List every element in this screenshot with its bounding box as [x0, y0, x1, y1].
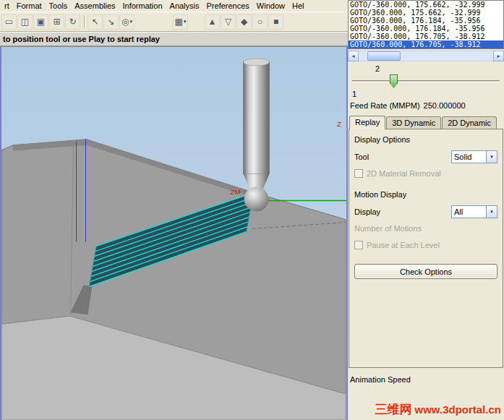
tab-replay[interactable]: Replay — [349, 116, 385, 129]
goto-list-item-selected[interactable]: GOTO/360.000, 176.705, -38.912 — [349, 40, 503, 48]
toolbar-icon-9[interactable]: ▲ — [205, 14, 220, 30]
display-label: Display — [354, 207, 380, 216]
axis-label-z: Z — [337, 120, 341, 128]
toolbar-glyph: ↖ — [91, 17, 98, 27]
scroll-left-icon: ◂ — [351, 53, 354, 59]
motion-display-row: Display All ▼ — [354, 205, 497, 218]
goto-list-item[interactable]: GOTO/360.000, 175.662, -32.999 — [349, 9, 503, 17]
menu-insert[interactable]: rt — [1, 1, 13, 11]
toolbar-glyph: ■ — [273, 17, 278, 27]
menu-window[interactable]: Window — [253, 1, 289, 11]
toolbar-icon-8[interactable]: ◎▾ — [119, 14, 134, 30]
toolbar-icon-6[interactable]: ↖ — [87, 14, 103, 30]
menu-assemblies[interactable]: Assemblies — [71, 1, 119, 11]
menu-information[interactable]: Information — [119, 1, 166, 11]
prompt-text: to position tool or use Play to start re… — [3, 35, 160, 43]
toolbar-glyph: ▲ — [208, 17, 217, 27]
toolbar-icon-4[interactable]: ⊞ — [49, 14, 64, 30]
motion-display-value: All — [452, 206, 486, 218]
left-column: rt Format Tools Assemblies Information A… — [0, 0, 348, 420]
toolbar: ▭ ◫ ▣ ⊞ ↻ ↖ ↘ ◎▾ ▦▾ ▲ ▽ ◆ ○ ■ — [0, 12, 348, 32]
toolbar-icon-2[interactable]: ◫ — [17, 14, 33, 30]
status-prompt-bar: to position tool or use Play to start re… — [0, 32, 348, 46]
goto-list-item[interactable]: GOTO/-360.000, 176.184, -35.956 — [349, 25, 503, 33]
scroll-right-button[interactable]: ▸ — [493, 51, 504, 61]
toolbar-separator — [84, 15, 85, 28]
tool-display-row: Tool Solid ▼ — [354, 150, 497, 163]
toolbar-icon-5[interactable]: ↻ — [65, 14, 80, 30]
tab-3d-dynamic[interactable]: 3D Dynamic — [386, 116, 441, 129]
menu-format[interactable]: Format — [13, 1, 46, 11]
tab-2d-dynamic[interactable]: 2D Dynamic — [442, 116, 497, 129]
replay-tab-panel: Display Options Tool Solid ▼ 2D Material… — [349, 129, 503, 368]
tool-display-combo[interactable]: Solid ▼ — [451, 150, 497, 163]
replay-side-panel: GOTO/-360.000, 175.662, -32.999 GOTO/360… — [348, 0, 504, 420]
application-window: rt Format Tools Assemblies Information A… — [0, 0, 504, 420]
feed-rate-row: Feed Rate (MMPM)250.000000 — [348, 98, 504, 115]
material-removal-row: 2D Material Removal — [354, 167, 497, 180]
toolbar-icon-3[interactable]: ▣ — [33, 14, 48, 30]
goto-list-item[interactable]: GOTO/-360.000, 176.705, -38.912 — [349, 33, 503, 40]
dropdown-arrow-icon: ▾ — [129, 19, 132, 25]
replay-slider[interactable] — [352, 74, 500, 89]
scroll-left-button[interactable]: ◂ — [348, 51, 359, 61]
goto-list-hscrollbar: ◂ ▸ — [348, 51, 504, 61]
watermark-cn-text: 三维网 — [375, 403, 412, 416]
replay-position-slider-zone: 2 1 — [348, 61, 504, 98]
animation-speed-label: Animation Speed — [348, 368, 504, 384]
toolbar-glyph: ▽ — [225, 17, 231, 27]
pause-each-level-label: Pause at Each Level — [367, 241, 440, 249]
scroll-right-icon: ▸ — [497, 53, 500, 59]
tool-display-value: Solid — [452, 151, 486, 163]
display-options-heading: Display Options — [354, 135, 497, 144]
site-watermark: 三维网www.3dportal.cn — [375, 401, 501, 418]
menu-analysis[interactable]: Analysis — [166, 1, 203, 11]
slider-value-label: 2 — [375, 64, 380, 73]
toolbar-glyph: ↻ — [69, 17, 76, 27]
combo-dropdown-icon[interactable]: ▼ — [486, 151, 497, 163]
toolbar-glyph: ◆ — [241, 17, 247, 27]
number-of-motions-row: Number of Motions — [354, 222, 497, 235]
toolbar-icon-10[interactable]: ▽ — [221, 14, 236, 30]
axis-label-zm: ZM — [230, 188, 240, 196]
toolbar-icon-13[interactable]: ■ — [268, 14, 283, 30]
toolbar-glyph: ◎ — [121, 17, 129, 27]
slider-thumb[interactable] — [390, 74, 398, 88]
pause-each-level-row: Pause at Each Level — [354, 239, 497, 252]
feed-rate-label: Feed Rate (MMPM) — [350, 101, 420, 110]
scrollbar-track[interactable] — [359, 51, 493, 61]
toolbar-glyph: ⊞ — [53, 17, 60, 27]
toolbar-icon-7[interactable]: ↘ — [103, 14, 119, 30]
watermark-url-text: www.3dportal.cn — [415, 403, 501, 416]
motion-display-combo[interactable]: All ▼ — [451, 205, 497, 218]
viewport-3d[interactable]: ZM Z — [0, 46, 348, 420]
toolbar-glyph: ○ — [257, 17, 262, 27]
motion-display-heading: Motion Display — [354, 190, 497, 199]
combo-dropdown-icon[interactable]: ▼ — [486, 206, 497, 218]
goto-motion-list: GOTO/-360.000, 175.662, -32.999 GOTO/360… — [348, 0, 504, 49]
menu-tools[interactable]: Tools — [46, 1, 72, 11]
feed-rate-value: 250.000000 — [424, 101, 466, 110]
slider-track[interactable] — [352, 80, 500, 82]
toolbar-icon-11[interactable]: ◆ — [236, 14, 252, 30]
toolbar-icon-1[interactable]: ▭ — [1, 14, 17, 30]
toolbar-glyph: ▣ — [37, 17, 45, 27]
replay-tabs: Replay 3D Dynamic 2D Dynamic — [348, 115, 504, 129]
goto-list-item[interactable]: GOTO/-360.000, 175.662, -32.999 — [349, 1, 503, 9]
menu-help[interactable]: Hel — [289, 1, 308, 11]
pause-each-level-checkbox — [354, 241, 363, 249]
toolbar-glyph: ▭ — [5, 17, 13, 27]
goto-list-item[interactable]: GOTO/360.000, 176.184, -35.956 — [349, 17, 503, 25]
material-removal-checkbox — [354, 169, 363, 178]
tool-ball-end — [244, 187, 269, 212]
check-options-button[interactable]: Check Options — [354, 264, 497, 279]
toolbar-view-dropdown[interactable]: ▦▾ — [173, 14, 188, 30]
toolbar-glyph: ▦ — [175, 17, 183, 27]
dropdown-arrow-icon: ▾ — [184, 19, 187, 25]
scrollbar-thumb[interactable] — [367, 51, 401, 61]
menu-preferences[interactable]: Preferences — [203, 1, 253, 11]
viewport-scene: ZM Z — [1, 47, 346, 420]
toolbar-icon-12[interactable]: ○ — [252, 14, 268, 30]
toolbar-glyph: ↘ — [107, 17, 114, 27]
slider-min-label: 1 — [352, 90, 500, 98]
